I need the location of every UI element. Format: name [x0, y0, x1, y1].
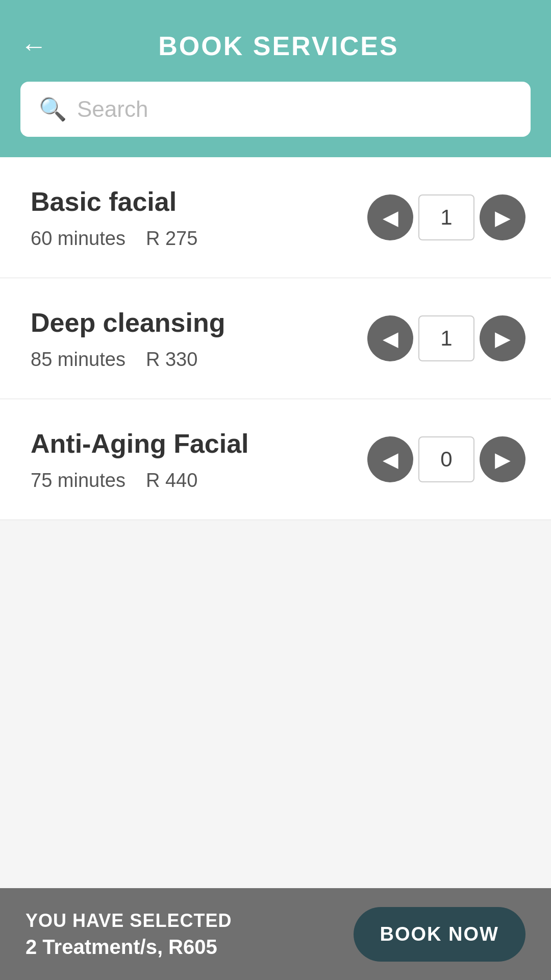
service-name: Basic facial [31, 185, 367, 218]
chevron-right-icon: ▶ [495, 206, 511, 229]
chevron-right-icon: ▶ [495, 448, 511, 471]
decrement-anti-aging[interactable]: ◀ [367, 436, 413, 482]
service-details: 75 minutes R 440 [31, 470, 367, 492]
selection-title: YOU HAVE SELECTED [26, 910, 232, 932]
service-duration: 85 minutes [31, 349, 126, 371]
decrement-basic-facial[interactable]: ◀ [367, 194, 413, 240]
service-price: R 440 [146, 470, 197, 492]
back-icon: ← [20, 33, 47, 59]
quantity-display-anti-aging: 0 [418, 436, 474, 482]
quantity-stepper-anti-aging: ◀ 0 ▶ [367, 436, 525, 482]
selection-info: YOU HAVE SELECTED 2 Treatment/s, R605 [26, 910, 232, 959]
header: ← BOOK SERVICES [0, 0, 551, 82]
book-now-button[interactable]: BOOK NOW [354, 907, 525, 962]
increment-basic-facial[interactable]: ▶ [480, 194, 525, 240]
selection-details: 2 Treatment/s, R605 [26, 936, 232, 959]
increment-deep-cleansing[interactable]: ▶ [480, 315, 525, 361]
service-name: Deep cleansing [31, 306, 367, 339]
quantity-display-deep-cleansing: 1 [418, 315, 474, 361]
services-list: Basic facial 60 minutes R 275 ◀ 1 ▶ Deep… [0, 157, 551, 520]
chevron-left-icon: ◀ [383, 448, 398, 471]
page-title: BOOK SERVICES [62, 31, 531, 61]
service-name: Anti-Aging Facial [31, 427, 367, 460]
service-info: Basic facial 60 minutes R 275 [31, 185, 367, 250]
service-details: 60 minutes R 275 [31, 228, 367, 250]
chevron-right-icon: ▶ [495, 327, 511, 350]
back-button[interactable]: ← [20, 33, 62, 59]
quantity-display-basic-facial: 1 [418, 194, 474, 240]
quantity-stepper-deep-cleansing: ◀ 1 ▶ [367, 315, 525, 361]
service-details: 85 minutes R 330 [31, 349, 367, 371]
service-price: R 330 [146, 349, 197, 371]
service-price: R 275 [146, 228, 197, 250]
chevron-left-icon: ◀ [383, 327, 398, 350]
increment-anti-aging[interactable]: ▶ [480, 436, 525, 482]
quantity-stepper-basic-facial: ◀ 1 ▶ [367, 194, 525, 240]
service-item-deep-cleansing: Deep cleansing 85 minutes R 330 ◀ 1 ▶ [0, 278, 551, 399]
service-duration: 75 minutes [31, 470, 126, 492]
search-container: 🔍 [0, 82, 551, 157]
search-input[interactable] [77, 96, 512, 122]
service-item-anti-aging-facial: Anti-Aging Facial 75 minutes R 440 ◀ 0 ▶ [0, 399, 551, 520]
service-info: Anti-Aging Facial 75 minutes R 440 [31, 427, 367, 492]
bottom-bar: YOU HAVE SELECTED 2 Treatment/s, R605 BO… [0, 888, 551, 980]
search-icon: 🔍 [39, 96, 67, 122]
service-item-basic-facial: Basic facial 60 minutes R 275 ◀ 1 ▶ [0, 157, 551, 278]
search-box: 🔍 [20, 82, 531, 137]
chevron-left-icon: ◀ [383, 206, 398, 229]
decrement-deep-cleansing[interactable]: ◀ [367, 315, 413, 361]
service-duration: 60 minutes [31, 228, 126, 250]
service-info: Deep cleansing 85 minutes R 330 [31, 306, 367, 371]
